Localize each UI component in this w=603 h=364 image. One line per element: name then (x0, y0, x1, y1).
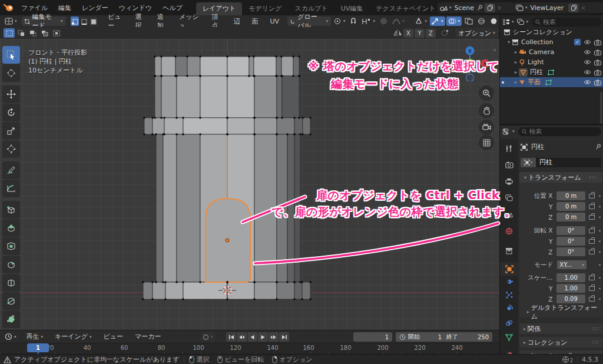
drag-handle[interactable] (592, 340, 599, 344)
copy-viewlayer-icon[interactable] (568, 4, 579, 12)
menu-window[interactable]: ウィンドウ (114, 4, 157, 12)
blender-logo-icon[interactable] (4, 4, 14, 12)
next-keyframe-button[interactable] (269, 332, 279, 342)
scene-selector[interactable]: ▾ Scene × (438, 2, 514, 13)
object-name-field[interactable]: 円柱 (536, 158, 601, 167)
show-visibility-button[interactable]: ▾ (413, 16, 429, 26)
tool-move[interactable] (2, 85, 20, 103)
play-button[interactable] (258, 332, 268, 342)
tab-object-data[interactable] (500, 330, 518, 345)
animate-dot[interactable]: • (598, 296, 601, 302)
scale-y-field[interactable]: 1.00 (556, 284, 585, 293)
lock-icon[interactable] (589, 297, 595, 302)
disclosure-icon[interactable]: ▾ (506, 39, 512, 45)
properties-filter-icon[interactable] (502, 128, 511, 135)
select-mode-new-button[interactable] (4, 28, 15, 38)
tool-cursor[interactable] (2, 64, 20, 82)
jump-to-start-button[interactable] (226, 332, 236, 342)
hide-eye-icon[interactable] (584, 49, 591, 55)
hide-eye-icon[interactable] (584, 39, 591, 45)
tab-object[interactable] (500, 262, 518, 276)
animate-dot[interactable]: • (598, 228, 601, 234)
location-y-field[interactable]: 0 m (556, 202, 585, 211)
animate-dot[interactable]: • (598, 275, 601, 281)
outliner-row-plane-selected[interactable]: ▸ 平面 (500, 77, 603, 87)
rotation-x-field[interactable]: 0° (556, 226, 585, 235)
tab-physics[interactable] (500, 301, 518, 315)
render-camera-icon[interactable] (594, 59, 601, 65)
tool-scale[interactable] (2, 122, 20, 140)
select-mode-extend-button[interactable] (15, 28, 26, 38)
lock-icon[interactable] (589, 204, 595, 209)
select-mode-subtract-button[interactable] (27, 28, 38, 38)
render-camera-icon[interactable] (594, 70, 601, 75)
lock-icon[interactable] (589, 276, 595, 280)
tab-constraints[interactable] (500, 316, 518, 330)
play-reverse-button[interactable] (247, 332, 257, 342)
mirror-z-button[interactable]: Z (426, 29, 436, 38)
menu-marker[interactable]: マーカー (129, 332, 167, 341)
overlays-toggle-button[interactable]: ▾ (446, 16, 462, 26)
hide-eye-icon[interactable] (584, 59, 591, 65)
mode-selector[interactable]: 編集モード ▾ (22, 16, 66, 26)
tool-bevel[interactable] (2, 256, 20, 273)
edge-select-button[interactable] (79, 16, 88, 26)
copy-scene-icon[interactable] (485, 4, 495, 12)
options-dropdown[interactable]: オプション ▾ (455, 28, 498, 38)
menu-uv[interactable]: UV (264, 18, 285, 25)
tool-measure[interactable] (2, 180, 20, 197)
pan-button[interactable] (479, 103, 494, 118)
transform-panel-header[interactable]: ▾ トランスフォーム (519, 172, 602, 183)
menu-file[interactable]: ファイル (16, 4, 53, 12)
tab-render[interactable] (500, 158, 518, 172)
region-collapse-arrow[interactable]: ‹ (493, 46, 496, 54)
prev-keyframe-button[interactable] (237, 332, 247, 342)
grid-toggle-button[interactable] (479, 135, 494, 150)
menu-edit[interactable]: 編集 (53, 4, 77, 12)
vertex-select-button[interactable] (71, 16, 79, 26)
object-id-dropdown[interactable]: ▾ (521, 158, 536, 167)
playhead[interactable]: 1 (27, 343, 49, 352)
render-camera-icon[interactable] (594, 49, 601, 55)
outliner-row-cylinder[interactable]: ▸ 円柱 (500, 67, 603, 77)
menu-edge[interactable]: 辺 (227, 17, 246, 26)
lock-icon[interactable] (589, 239, 595, 244)
outliner-display-icon[interactable] (502, 19, 510, 25)
mirror-x-button[interactable]: X (403, 29, 413, 38)
xray-toggle-button[interactable] (463, 16, 475, 26)
pin-icon[interactable] (477, 5, 483, 11)
drag-handle[interactable] (589, 176, 597, 179)
autokey-toggle[interactable]: ▾ (200, 332, 216, 342)
tool-add-primitive[interactable] (2, 201, 20, 219)
timeline-ruler[interactable]: 20 40 60 80 100 120 140 160 180 200 220 … (0, 343, 499, 355)
transform-orientation[interactable]: グローバル ▾ (287, 16, 331, 26)
properties-search[interactable]: 検索 (518, 127, 601, 136)
tab-tool[interactable] (500, 141, 518, 155)
tool-inset-faces[interactable] (2, 237, 20, 255)
menu-view-timeline[interactable]: ビュー (98, 332, 130, 341)
tool-rotate[interactable] (2, 104, 20, 121)
hide-eye-icon[interactable] (584, 80, 591, 85)
jump-to-end-button[interactable] (279, 332, 289, 342)
tool-loop-cut[interactable] (2, 274, 20, 292)
workspace-tab-modeling[interactable]: モデリング (242, 2, 288, 15)
tool-annotate[interactable] (2, 161, 20, 179)
lock-icon[interactable] (589, 286, 595, 291)
menu-render[interactable]: レンダー (77, 4, 114, 12)
hide-eye-icon[interactable] (584, 70, 591, 75)
viewport-3d[interactable]: フロント・平行投影 (1) 円柱 | 円柱 10センチメートル Z X -Y ‹ (0, 39, 499, 330)
workspace-tab-uv[interactable]: UV編集 (334, 2, 370, 15)
lock-icon[interactable] (589, 194, 595, 198)
animate-dot[interactable]: • (598, 249, 601, 255)
location-z-field[interactable]: 0 m (556, 213, 585, 221)
lock-icon[interactable] (589, 215, 595, 220)
pivot-point-button[interactable]: ▾ (332, 16, 347, 26)
falloff-button[interactable]: ▾ (390, 16, 406, 26)
scale-x-field[interactable]: 1.00 (556, 273, 585, 282)
snap-options-icon[interactable] (440, 29, 449, 37)
animate-dot[interactable]: • (598, 214, 601, 220)
outliner-row-scene-collection[interactable]: シーンコレクション (500, 27, 603, 37)
outliner-scrollbar[interactable] (600, 92, 602, 124)
network-globe-icon[interactable] (562, 356, 569, 363)
timeline-editor-button[interactable]: ▾ (3, 332, 18, 342)
